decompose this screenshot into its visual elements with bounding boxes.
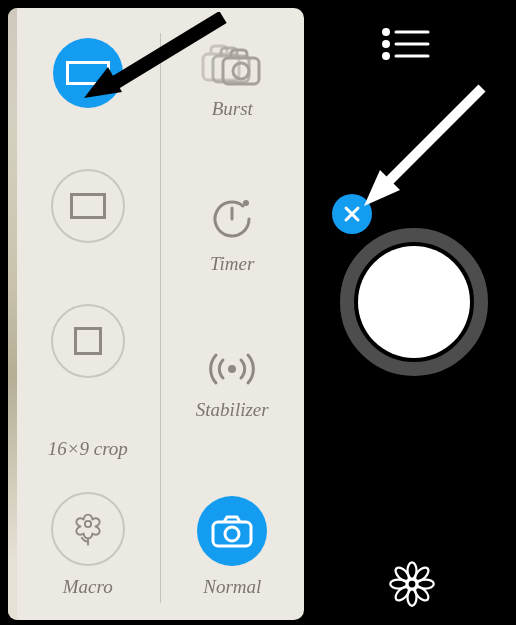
- crop-label-row: 16×9 crop: [48, 438, 128, 460]
- svg-line-30: [108, 17, 223, 87]
- svg-point-17: [384, 54, 389, 59]
- macro-option[interactable]: Macro: [51, 492, 125, 598]
- stabilizer-option[interactable]: Stabilizer: [196, 349, 269, 421]
- svg-rect-2: [75, 328, 100, 353]
- flower-icon: [51, 492, 125, 566]
- svg-point-12: [225, 527, 239, 541]
- normal-label: Normal: [203, 576, 261, 598]
- list-icon[interactable]: [382, 28, 430, 60]
- macro-label: Macro: [63, 576, 113, 598]
- crop-4x3-icon: [51, 169, 125, 243]
- svg-rect-1: [71, 194, 104, 217]
- timer-label: Timer: [210, 253, 254, 275]
- effects-flower-icon[interactable]: [388, 560, 436, 608]
- left-panel-edge: [8, 8, 17, 620]
- stabilizer-icon: [203, 349, 261, 389]
- svg-marker-31: [84, 67, 122, 98]
- svg-point-10: [228, 365, 236, 373]
- timer-option[interactable]: Timer: [208, 195, 256, 275]
- svg-point-7: [233, 63, 249, 79]
- camera-icon: [197, 496, 267, 566]
- crop-4x3-option[interactable]: [51, 169, 125, 272]
- crop-label: 16×9 crop: [48, 438, 128, 460]
- crop-square-icon: [51, 304, 125, 378]
- shutter-button[interactable]: [340, 228, 488, 376]
- annotation-arrow-black: [78, 12, 228, 102]
- timer-icon: [208, 195, 256, 243]
- svg-point-8: [243, 200, 249, 206]
- shutter-inner: [358, 246, 470, 358]
- svg-point-15: [384, 42, 389, 47]
- normal-option[interactable]: Normal: [197, 496, 267, 598]
- crop-square-option[interactable]: [51, 304, 125, 407]
- svg-point-3: [85, 521, 91, 527]
- stabilizer-label: Stabilizer: [196, 399, 269, 421]
- svg-point-13: [384, 30, 389, 35]
- annotation-arrow-white: [352, 78, 492, 218]
- svg-line-32: [382, 88, 482, 188]
